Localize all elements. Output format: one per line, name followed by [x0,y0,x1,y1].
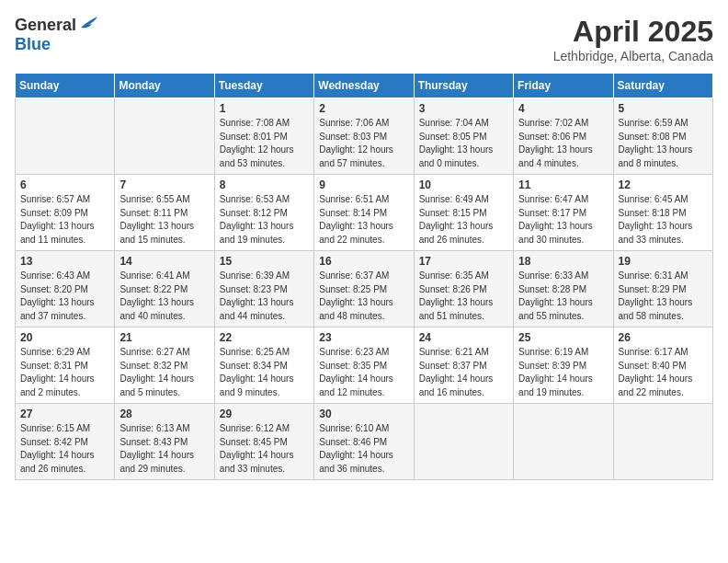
day-of-week-header: Sunday [16,74,115,98]
day-info: Sunrise: 7:04 AM Sunset: 8:05 PM Dayligh… [419,117,508,170]
calendar-day-cell: 11Sunrise: 6:47 AM Sunset: 8:17 PM Dayli… [514,175,613,251]
day-number: 10 [419,178,508,191]
day-number: 28 [119,408,209,420]
day-number: 11 [518,178,608,191]
day-info: Sunrise: 6:23 AM Sunset: 8:35 PM Dayligh… [319,346,408,399]
day-number: 5 [619,102,708,115]
day-number: 4 [518,102,608,115]
day-number: 9 [319,178,408,191]
calendar-day-cell: 18Sunrise: 6:33 AM Sunset: 8:28 PM Dayli… [514,251,613,327]
calendar-day-cell: 2Sunrise: 7:06 AM Sunset: 8:03 PM Daylig… [314,98,414,175]
day-number: 1 [220,102,309,115]
page-header: General Blue April 2025 Lethbridge, Albe… [15,15,713,63]
day-number: 29 [220,408,309,420]
calendar-day-cell: 28Sunrise: 6:13 AM Sunset: 8:43 PM Dayli… [115,404,214,480]
calendar-day-cell: 1Sunrise: 7:08 AM Sunset: 8:01 PM Daylig… [214,98,313,175]
day-number: 12 [619,178,708,191]
calendar-week-row: 20Sunrise: 6:29 AM Sunset: 8:31 PM Dayli… [16,327,713,404]
day-number: 18 [518,255,608,268]
calendar-day-cell [514,404,613,480]
day-info: Sunrise: 6:25 AM Sunset: 8:34 PM Dayligh… [220,346,309,399]
day-info: Sunrise: 6:13 AM Sunset: 8:43 PM Dayligh… [119,422,209,476]
calendar-day-cell: 7Sunrise: 6:55 AM Sunset: 8:11 PM Daylig… [115,175,214,251]
day-info: Sunrise: 6:57 AM Sunset: 8:09 PM Dayligh… [20,193,109,247]
logo-blue-text: Blue [15,35,51,54]
calendar-table: SundayMondayTuesdayWednesdayThursdayFrid… [15,73,713,480]
day-number: 17 [419,255,508,268]
day-info: Sunrise: 6:10 AM Sunset: 8:46 PM Dayligh… [319,422,408,476]
calendar-day-cell: 9Sunrise: 6:51 AM Sunset: 8:14 PM Daylig… [314,175,414,251]
title-block: April 2025 Lethbridge, Alberta, Canada [553,15,713,63]
calendar-day-cell: 22Sunrise: 6:25 AM Sunset: 8:34 PM Dayli… [214,327,313,404]
calendar-day-cell: 5Sunrise: 6:59 AM Sunset: 8:08 PM Daylig… [613,98,712,175]
day-number: 26 [619,331,708,344]
day-info: Sunrise: 6:35 AM Sunset: 8:26 PM Dayligh… [419,270,508,323]
day-info: Sunrise: 6:51 AM Sunset: 8:14 PM Dayligh… [319,193,408,247]
day-info: Sunrise: 6:21 AM Sunset: 8:37 PM Dayligh… [419,346,508,399]
day-number: 25 [518,331,608,344]
day-info: Sunrise: 6:12 AM Sunset: 8:45 PM Dayligh… [220,422,309,476]
day-number: 20 [20,331,109,344]
calendar-day-cell: 25Sunrise: 6:19 AM Sunset: 8:39 PM Dayli… [514,327,613,404]
logo: General Blue [15,15,99,54]
calendar-week-row: 1Sunrise: 7:08 AM Sunset: 8:01 PM Daylig… [16,98,713,175]
calendar-day-cell: 27Sunrise: 6:15 AM Sunset: 8:42 PM Dayli… [16,404,115,480]
day-number: 27 [20,408,109,420]
calendar-header-row: SundayMondayTuesdayWednesdayThursdayFrid… [16,74,713,98]
calendar-week-row: 13Sunrise: 6:43 AM Sunset: 8:20 PM Dayli… [16,251,713,327]
calendar-day-cell: 30Sunrise: 6:10 AM Sunset: 8:46 PM Dayli… [314,404,414,480]
day-info: Sunrise: 6:37 AM Sunset: 8:25 PM Dayligh… [319,270,408,323]
day-info: Sunrise: 6:27 AM Sunset: 8:32 PM Dayligh… [119,346,209,399]
day-info: Sunrise: 6:33 AM Sunset: 8:28 PM Dayligh… [518,270,608,323]
day-number: 13 [20,255,109,268]
day-info: Sunrise: 6:17 AM Sunset: 8:40 PM Dayligh… [619,346,708,399]
day-info: Sunrise: 7:02 AM Sunset: 8:06 PM Dayligh… [518,117,608,170]
calendar-day-cell: 23Sunrise: 6:23 AM Sunset: 8:35 PM Dayli… [314,327,414,404]
calendar-day-cell: 6Sunrise: 6:57 AM Sunset: 8:09 PM Daylig… [16,175,115,251]
calendar-day-cell: 10Sunrise: 6:49 AM Sunset: 8:15 PM Dayli… [414,175,513,251]
day-number: 21 [119,331,209,344]
day-of-week-header: Thursday [414,74,513,98]
calendar-day-cell: 14Sunrise: 6:41 AM Sunset: 8:22 PM Dayli… [115,251,214,327]
day-info: Sunrise: 7:06 AM Sunset: 8:03 PM Dayligh… [319,117,408,170]
day-number: 2 [319,102,408,115]
day-number: 24 [419,331,508,344]
calendar-day-cell: 16Sunrise: 6:37 AM Sunset: 8:25 PM Dayli… [314,251,414,327]
calendar-day-cell: 26Sunrise: 6:17 AM Sunset: 8:40 PM Dayli… [613,327,712,404]
calendar-day-cell: 15Sunrise: 6:39 AM Sunset: 8:23 PM Dayli… [214,251,313,327]
day-info: Sunrise: 6:43 AM Sunset: 8:20 PM Dayligh… [20,270,109,323]
day-info: Sunrise: 7:08 AM Sunset: 8:01 PM Dayligh… [220,117,309,170]
location-title: Lethbridge, Alberta, Canada [553,49,713,63]
day-info: Sunrise: 6:45 AM Sunset: 8:18 PM Dayligh… [619,193,708,247]
day-info: Sunrise: 6:55 AM Sunset: 8:11 PM Dayligh… [119,193,209,247]
day-number: 19 [619,255,708,268]
day-info: Sunrise: 6:29 AM Sunset: 8:31 PM Dayligh… [20,346,109,399]
calendar-day-cell: 21Sunrise: 6:27 AM Sunset: 8:32 PM Dayli… [115,327,214,404]
calendar-day-cell [414,404,513,480]
day-number: 23 [319,331,408,344]
calendar-day-cell: 17Sunrise: 6:35 AM Sunset: 8:26 PM Dayli… [414,251,513,327]
day-of-week-header: Wednesday [314,74,414,98]
logo-general-text: General [15,16,76,35]
calendar-day-cell: 3Sunrise: 7:04 AM Sunset: 8:05 PM Daylig… [414,98,513,175]
calendar-week-row: 6Sunrise: 6:57 AM Sunset: 8:09 PM Daylig… [16,175,713,251]
calendar-week-row: 27Sunrise: 6:15 AM Sunset: 8:42 PM Dayli… [16,404,713,480]
day-number: 8 [220,178,309,191]
calendar-day-cell: 20Sunrise: 6:29 AM Sunset: 8:31 PM Dayli… [16,327,115,404]
calendar-day-cell: 8Sunrise: 6:53 AM Sunset: 8:12 PM Daylig… [214,175,313,251]
day-info: Sunrise: 6:15 AM Sunset: 8:42 PM Dayligh… [20,422,109,476]
day-number: 3 [419,102,508,115]
calendar-day-cell [613,404,712,480]
calendar-day-cell [115,98,214,175]
calendar-day-cell [16,98,115,175]
calendar-day-cell: 24Sunrise: 6:21 AM Sunset: 8:37 PM Dayli… [414,327,513,404]
day-info: Sunrise: 6:31 AM Sunset: 8:29 PM Dayligh… [619,270,708,323]
day-number: 6 [20,178,109,191]
day-info: Sunrise: 6:59 AM Sunset: 8:08 PM Dayligh… [619,117,708,170]
calendar-day-cell: 29Sunrise: 6:12 AM Sunset: 8:45 PM Dayli… [214,404,313,480]
day-info: Sunrise: 6:39 AM Sunset: 8:23 PM Dayligh… [220,270,309,323]
day-number: 14 [119,255,209,268]
day-number: 16 [319,255,408,268]
calendar-day-cell: 12Sunrise: 6:45 AM Sunset: 8:18 PM Dayli… [613,175,712,251]
month-title: April 2025 [553,15,713,49]
